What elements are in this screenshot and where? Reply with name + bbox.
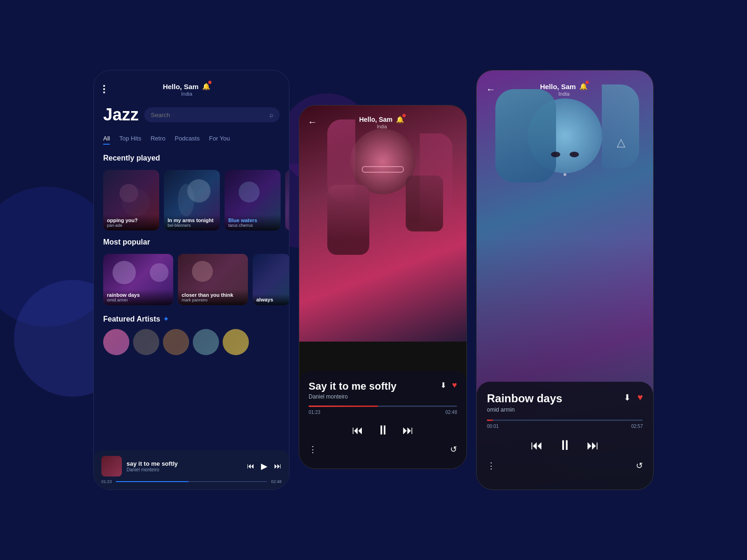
card-artist: pan-ade [107, 223, 155, 228]
phones-wrapper: Hello, Sam India Jazz ⌕ All Top Hits Ret… [0, 0, 747, 560]
p2-background-image [299, 105, 466, 342]
p2-progress-fill [309, 406, 378, 407]
p3-controls: ⏮ ⏸ ⏭ [487, 437, 643, 453]
rewind-button[interactable]: ⏮ [247, 462, 254, 470]
progress-bar[interactable] [116, 481, 268, 482]
p2-song-info: Say it to me softly Daniel monteiro [309, 380, 396, 400]
p2-pause-button[interactable]: ⏸ [376, 422, 389, 438]
p3-total-time: 02:57 [631, 424, 643, 429]
mini-player-title: say it to me softly [127, 460, 242, 467]
p3-song-header: Rainbow days omid armin ⬇ ♥ [487, 392, 643, 413]
card-title: opping you? [107, 217, 155, 223]
play-button[interactable]: ▶ [261, 461, 268, 471]
p3-greeting: Hello, Sam India [540, 82, 588, 97]
mini-player-progress-row: 01:23 02:48 [101, 479, 282, 484]
card-label: Blue waters tarus cherrus [225, 215, 281, 231]
most-popular-card-3[interactable]: always [253, 254, 289, 305]
artist-avatar-5[interactable] [223, 329, 249, 355]
p3-rewind-button[interactable]: ⏮ [531, 438, 543, 453]
tab-all[interactable]: All [103, 135, 110, 145]
most-popular-cards: rainbow days omid armin closer than you … [94, 250, 289, 309]
p2-time-row: 01:23 02:48 [309, 410, 457, 415]
p3-repeat-icon[interactable]: ↺ [636, 461, 643, 471]
mini-player-info: say it to me softly Daniel monteiro [127, 460, 242, 472]
p2-progress-bar[interactable] [309, 406, 457, 407]
p3-song-title: Rainbow days [487, 392, 562, 405]
favorite-icon[interactable]: ♥ [452, 380, 457, 390]
menu-icon[interactable] [103, 85, 105, 93]
p2-greeting-text: Hello, Sam [359, 116, 393, 123]
most-popular-card-1[interactable]: rainbow days omid armin [103, 254, 173, 305]
p3-footer: ⋮ ↺ [487, 461, 643, 471]
tab-podcasts[interactable]: Podcasts [175, 135, 199, 145]
p3-current-time: 00:01 [487, 424, 499, 429]
most-popular-card-2[interactable]: closer than you think mark panreiro [178, 254, 248, 305]
p3-progress-container: 00:01 02:57 [487, 420, 643, 429]
menu-dot [103, 91, 105, 93]
card-title: closer than you think [182, 292, 244, 298]
p1-tabs: All Top Hits Retro Podcasts For You [94, 129, 289, 150]
p1-search-row: Jazz ⌕ [94, 100, 289, 129]
p2-header: ← Hello, Sam India [299, 105, 466, 133]
mini-player-artist: Daniel monteiro [127, 467, 242, 472]
p3-time-row: 00:01 02:57 [487, 424, 643, 429]
p3-greeting-text: Hello, Sam [540, 83, 576, 91]
search-icon: ⌕ [269, 111, 273, 119]
artist-avatar-1[interactable] [103, 329, 129, 355]
card-artist: tarus cherrus [228, 223, 277, 228]
p3-bell-icon[interactable] [578, 82, 588, 91]
p2-repeat-icon[interactable]: ↺ [450, 444, 457, 455]
p3-progress-bar[interactable] [487, 420, 643, 421]
p1-location: India [163, 91, 211, 97]
p3-back-button[interactable]: ← [486, 84, 495, 95]
download-icon[interactable]: ⬇ [440, 381, 446, 390]
p2-notification-dot [402, 114, 406, 117]
recently-played-card-3[interactable]: Blue waters tarus cherrus [225, 170, 281, 231]
p2-player-card: Say it to me softly Daniel monteiro ⬇ ♥ … [299, 371, 466, 469]
recently-played-card-2[interactable]: In my arms tonight bel-blenners [164, 170, 220, 231]
p2-song-title: Say it to me softly [309, 380, 396, 392]
p2-rewind-button[interactable]: ⏮ [352, 424, 363, 437]
p3-pause-button[interactable]: ⏸ [558, 437, 572, 453]
progress-fill [116, 481, 189, 482]
p3-forward-button[interactable]: ⏭ [587, 438, 599, 453]
card-label: In my arms tonight bel-blenners [164, 215, 220, 231]
featured-icon: ✦ [163, 315, 169, 323]
greeting-text: Hello, Sam [163, 83, 199, 91]
tab-foryou[interactable]: For You [209, 135, 230, 145]
p2-more-icon[interactable]: ⋮ [309, 444, 317, 455]
p1-search-box[interactable]: ⌕ [144, 107, 280, 122]
card-title: rainbow days [107, 292, 169, 298]
card-title: Blue waters [228, 217, 277, 223]
card-title: In my arms tonight [168, 217, 216, 223]
card-label: rainbow days omid armin [103, 289, 173, 305]
recently-played-card-1[interactable]: opping you? pan-ade [103, 170, 159, 231]
card-artist: mark panreiro [182, 298, 244, 302]
artist-avatar-3[interactable] [163, 329, 189, 355]
forward-button[interactable]: ⏭ [274, 462, 282, 470]
card-label: closer than you think mark panreiro [178, 289, 248, 305]
tab-tophits[interactable]: Top Hits [119, 135, 141, 145]
back-button[interactable]: ← [308, 117, 317, 127]
p3-player-card: Rainbow days omid armin ⬇ ♥ 00:01 02:57 [477, 382, 653, 490]
tab-retro[interactable]: Retro [150, 135, 165, 145]
artist-avatar-4[interactable] [193, 329, 219, 355]
bell-icon[interactable] [201, 82, 211, 91]
p2-forward-button[interactable]: ⏭ [402, 424, 414, 437]
p2-footer: ⋮ ↺ [309, 444, 457, 455]
search-input[interactable] [151, 112, 266, 119]
p2-bell-icon[interactable] [395, 115, 405, 124]
p3-more-icon[interactable]: ⋮ [487, 461, 495, 471]
card-bg [285, 170, 289, 231]
menu-dot [103, 85, 105, 87]
p1-app-title: Jazz [103, 105, 139, 125]
recently-played-card-4[interactable] [285, 170, 289, 231]
p3-header: ← Hello, Sam India [477, 70, 653, 100]
card-artist: bel-blenners [168, 223, 216, 228]
artist-avatar-2[interactable] [133, 329, 159, 355]
p3-song-actions: ⬇ ♥ [624, 392, 643, 403]
p3-location: India [540, 91, 588, 97]
p3-favorite-icon[interactable]: ♥ [637, 392, 643, 403]
p3-download-icon[interactable]: ⬇ [624, 392, 631, 403]
card-artist: omid armin [107, 298, 169, 302]
